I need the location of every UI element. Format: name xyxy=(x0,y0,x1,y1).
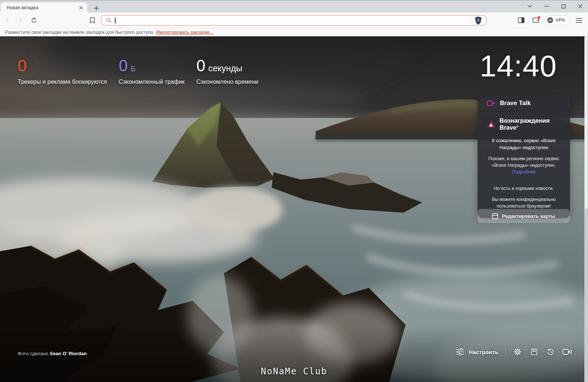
bookmarks-book-icon[interactable] xyxy=(529,347,539,357)
bookmark-icon[interactable] xyxy=(87,15,98,26)
page-scrollbar[interactable] xyxy=(584,36,588,382)
address-bar[interactable] xyxy=(101,15,487,26)
stat-value: 0 xyxy=(196,58,206,74)
new-tab-page: 0 Трекеры и реклама блокируются 0 Б Сэко… xyxy=(0,36,588,382)
registered-mark: ® xyxy=(516,125,519,128)
stat-value: 0 xyxy=(119,58,128,74)
customize-label: Настроить xyxy=(469,349,498,355)
settings-gear-icon[interactable] xyxy=(513,347,522,357)
text-caret xyxy=(115,18,116,24)
toolbar: VPN xyxy=(0,12,588,28)
sidebar-icon[interactable] xyxy=(516,15,527,26)
history-icon[interactable] xyxy=(546,347,555,357)
brave-shield-icon[interactable] xyxy=(474,16,482,25)
bat-logo-icon xyxy=(487,121,495,128)
new-tab-button[interactable] xyxy=(92,4,101,12)
search-icon xyxy=(106,18,112,23)
shield-stats: 0 Трекеры и реклама блокируются 0 Б Сэко… xyxy=(18,58,258,85)
photo-credit: Фото сделаноSean O' Riordan xyxy=(18,351,87,356)
menu-icon[interactable] xyxy=(573,15,584,26)
window-controls xyxy=(524,1,586,11)
browser-window: Новая вкладка xyxy=(0,0,588,382)
forward-button[interactable] xyxy=(15,14,26,26)
brave-talk-camera-icon xyxy=(487,100,495,107)
stat-trackers-blocked: 0 Трекеры и реклама блокируются xyxy=(18,58,107,85)
learn-more-link[interactable]: Подробнее xyxy=(512,169,536,174)
stat-bandwidth-saved: 0 Б Сэкономленный трафик xyxy=(119,58,185,85)
stat-label: Трекеры и реклама блокируются xyxy=(18,79,107,85)
stat-unit: секунды xyxy=(208,64,243,73)
address-bar-divider xyxy=(470,17,471,24)
tab-close-icon[interactable] xyxy=(77,4,84,11)
stat-unit: Б xyxy=(131,65,135,72)
import-bookmarks-link[interactable]: Импортировать закладки... xyxy=(156,30,213,35)
wallet-icon[interactable] xyxy=(530,15,541,26)
photo-author: Sean O' Riordan xyxy=(50,351,87,356)
brave-talk-row[interactable]: Brave Talk xyxy=(478,94,570,112)
tab-title: Новая вкладка xyxy=(7,5,77,10)
maximize-button[interactable] xyxy=(558,1,569,11)
reload-button[interactable] xyxy=(28,14,40,26)
rewards-title: Вознаграждения Brave® xyxy=(500,117,564,131)
rewards-unavailable-heading: К сожалению, сервис «Brave Награды» недо… xyxy=(483,137,564,151)
back-button[interactable] xyxy=(1,14,13,26)
bookmarks-hint-text: Разместите свои закладки на панели закла… xyxy=(5,30,154,35)
close-window-button[interactable] xyxy=(575,1,586,11)
stat-label: Сэкономленный трафик xyxy=(119,79,185,85)
stat-time-saved: 0 секунды Сэкономлено времени xyxy=(196,58,258,85)
customize-button[interactable]: Настроить xyxy=(455,348,498,356)
stat-value: 0 xyxy=(18,58,27,74)
rewards-good-news: Но есть и хорошие новости. xyxy=(483,185,564,192)
vpn-status-icon xyxy=(547,17,553,23)
brave-rewards-widget: Вознаграждения Brave® К сожалению, серви… xyxy=(478,112,570,218)
tab-strip: Новая вкладка xyxy=(0,0,588,12)
tab-new-tab[interactable]: Новая вкладка xyxy=(1,3,87,13)
clock: 14:40 xyxy=(480,51,557,81)
rewards-title-row: Вознаграждения Brave® xyxy=(483,117,564,131)
page-footer-actions: Настроить xyxy=(455,347,572,357)
tab-search-chevron-icon[interactable] xyxy=(524,1,535,11)
minimize-button[interactable] xyxy=(541,1,552,11)
brave-talk-title: Brave Talk xyxy=(500,100,531,107)
stat-label: Сэкономлено времени xyxy=(196,79,258,85)
cards-icon xyxy=(492,213,498,219)
brave-talk-footer-icon[interactable] xyxy=(562,347,572,357)
rewards-unavailable-body: Похоже, в вашем регионе сервис «Brave На… xyxy=(483,155,564,175)
edit-cards-label: Редактировать карты xyxy=(502,213,555,219)
vpn-button[interactable]: VPN xyxy=(545,15,570,25)
wallet-notification-badge xyxy=(537,16,541,19)
widget-card: Brave Talk Вознаграждения Brave® К сожал… xyxy=(478,94,570,218)
bookmarks-hint-bar: Разместите свои закладки на панели закла… xyxy=(0,28,588,36)
toolbar-right: VPN xyxy=(516,14,584,26)
rewards-private-note: Вы можете конфиденциально пользоваться б… xyxy=(483,196,564,209)
vpn-label: VPN xyxy=(555,18,565,23)
edit-cards-button[interactable]: Редактировать карты xyxy=(478,209,570,223)
watermark: NoNaMe Club xyxy=(261,366,327,376)
scrollbar-thumb[interactable] xyxy=(585,36,588,209)
footer-divider xyxy=(505,347,506,357)
sliders-icon xyxy=(455,348,464,356)
